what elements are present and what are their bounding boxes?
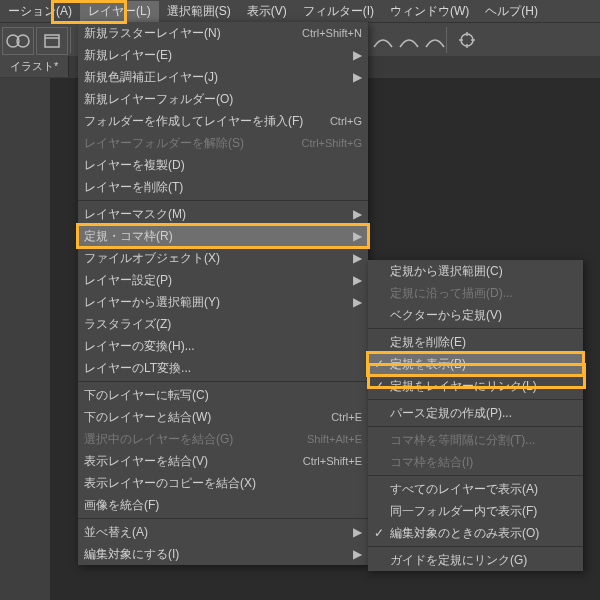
menu-item-label: レイヤー設定(P) [84,272,362,289]
menu-item[interactable]: ファイルオブジェクト(X)▶ [78,247,368,269]
menu-item: 定規に沿って描画(D)... [368,282,583,304]
menu-item-label: レイヤーフォルダーを解除(S) [84,135,291,152]
menu-item-label: レイヤーから選択範囲(Y) [84,294,362,311]
submenu-arrow-icon: ▶ [353,525,362,539]
menu-item-label: ファイルオブジェクト(X) [84,250,362,267]
menu-item[interactable]: 新規レイヤー(E)▶ [78,44,368,66]
menu-item-label: コマ枠を結合(I) [390,454,577,471]
menu-item-label: レイヤーのLT変換... [84,360,362,377]
menu-item-label: ガイドを定規にリンク(G) [390,552,577,569]
menu-item-label: 新規ラスターレイヤー(N) [84,25,292,42]
menu-item[interactable]: レイヤーを削除(T) [78,176,368,198]
menu-view[interactable]: 表示(V) [239,1,295,22]
menu-item[interactable]: 新規色調補正レイヤー(J)▶ [78,66,368,88]
menu-item[interactable]: 画像を統合(F) [78,494,368,516]
svg-rect-2 [45,35,59,47]
menu-item[interactable]: 定規を削除(E) [368,331,583,353]
toolbar-separator [70,27,71,53]
menu-item[interactable]: ベクターから定規(V) [368,304,583,326]
menu-separator [368,475,583,476]
menu-item[interactable]: ✓定規をレイヤーにリンク(L) [368,375,583,397]
menu-item-label: レイヤーを複製(D) [84,157,362,174]
document-tab[interactable]: イラスト* [0,56,69,77]
submenu-arrow-icon: ▶ [353,251,362,265]
menu-item[interactable]: 表示レイヤーを結合(V)Ctrl+Shift+E [78,450,368,472]
menu-item[interactable]: ラスタライズ(Z) [78,313,368,335]
menu-item-label: 定規・コマ枠(R) [84,228,362,245]
menu-item[interactable]: 同一フォルダー内で表示(F) [368,500,583,522]
submenu-arrow-icon: ▶ [353,547,362,561]
menu-item-label: 選択中のレイヤーを結合(G) [84,431,297,448]
menu-item-label: 編集対象のときのみ表示(O) [390,525,577,542]
menu-animation[interactable]: ーション(A) [0,1,80,22]
menu-item-label: 新規色調補正レイヤー(J) [84,69,362,86]
menu-shortcut: Ctrl+E [331,411,362,423]
menu-item-label: パース定規の作成(P)... [390,405,577,422]
menu-shortcut: Ctrl+G [330,115,362,127]
ruler-frame-submenu: 定規から選択範囲(C)定規に沿って描画(D)...ベクターから定規(V)定規を削… [368,260,583,571]
settings-icon[interactable] [452,27,482,53]
layer-menu-dropdown: 新規ラスターレイヤー(N)Ctrl+Shift+N新規レイヤー(E)▶新規色調補… [78,22,368,565]
menu-item[interactable]: 定規から選択範囲(C) [368,260,583,282]
menu-item-label: 並べ替え(A) [84,524,362,541]
menu-item[interactable]: ✓編集対象のときのみ表示(O) [368,522,583,544]
menu-item[interactable]: フォルダーを作成してレイヤーを挿入(F)Ctrl+G [78,110,368,132]
tool-button[interactable] [2,27,34,55]
menu-item-label: レイヤーの変換(H)... [84,338,362,355]
menu-item[interactable]: レイヤー設定(P)▶ [78,269,368,291]
menu-layer[interactable]: レイヤー(L) [80,1,159,22]
menu-help[interactable]: ヘルプ(H) [477,1,546,22]
menu-item[interactable]: レイヤーマスク(M)▶ [78,203,368,225]
menubar: ーション(A) レイヤー(L) 選択範囲(S) 表示(V) フィルター(I) ウ… [0,0,600,22]
menu-item[interactable]: すべてのレイヤーで表示(A) [368,478,583,500]
menu-item-label: 下のレイヤーと結合(W) [84,409,321,426]
left-tool-strip [0,78,50,600]
submenu-arrow-icon: ▶ [353,70,362,84]
menu-item: 選択中のレイヤーを結合(G)Shift+Alt+E [78,428,368,450]
submenu-arrow-icon: ▶ [353,273,362,287]
menu-item-label: ベクターから定規(V) [390,307,577,324]
menu-item-label: 新規レイヤー(E) [84,47,362,64]
menu-item-label: 新規レイヤーフォルダー(O) [84,91,362,108]
menu-separator [368,328,583,329]
menu-item[interactable]: レイヤーから選択範囲(Y)▶ [78,291,368,313]
menu-item[interactable]: 新規レイヤーフォルダー(O) [78,88,368,110]
menu-item[interactable]: 表示レイヤーのコピーを結合(X) [78,472,368,494]
menu-item[interactable]: ガイドを定規にリンク(G) [368,549,583,571]
menu-item-label: 編集対象にする(I) [84,546,362,563]
menu-item-label: コマ枠を等間隔に分割(T)... [390,432,577,449]
menu-item[interactable]: 並べ替え(A)▶ [78,521,368,543]
menu-item[interactable]: 下のレイヤーに転写(C) [78,384,368,406]
submenu-arrow-icon: ▶ [353,207,362,221]
menu-item-label: 定規に沿って描画(D)... [390,285,577,302]
menu-selection[interactable]: 選択範囲(S) [159,1,239,22]
menu-item[interactable]: 定規・コマ枠(R)▶ [78,225,368,247]
menu-item: コマ枠を等間隔に分割(T)... [368,429,583,451]
checkmark-icon: ✓ [374,526,384,540]
menu-item[interactable]: パース定規の作成(P)... [368,402,583,424]
menu-item[interactable]: ✓定規を表示(B) [368,353,583,375]
menu-item[interactable]: 新規ラスターレイヤー(N)Ctrl+Shift+N [78,22,368,44]
menu-item[interactable]: レイヤーの変換(H)... [78,335,368,357]
menu-item-label: 下のレイヤーに転写(C) [84,387,362,404]
menu-shortcut: Ctrl+Shift+N [302,27,362,39]
menu-separator [368,546,583,547]
menu-window[interactable]: ウィンドウ(W) [382,1,477,22]
menu-item[interactable]: 編集対象にする(I)▶ [78,543,368,565]
menu-item-label: 表示レイヤーのコピーを結合(X) [84,475,362,492]
menu-item[interactable]: レイヤーのLT変換... [78,357,368,379]
menu-item-label: 表示レイヤーを結合(V) [84,453,293,470]
menu-item[interactable]: 下のレイヤーと結合(W)Ctrl+E [78,406,368,428]
toolbar-separator [446,27,447,53]
menu-item-label: 定規を削除(E) [390,334,577,351]
menu-separator [368,399,583,400]
menu-separator [368,426,583,427]
menu-item[interactable]: レイヤーを複製(D) [78,154,368,176]
tool-button[interactable] [36,27,68,55]
checkmark-icon: ✓ [374,357,384,371]
submenu-arrow-icon: ▶ [353,295,362,309]
menu-item-label: ラスタライズ(Z) [84,316,362,333]
checkmark-icon: ✓ [374,379,384,393]
menu-filter[interactable]: フィルター(I) [295,1,382,22]
menu-separator [78,200,368,201]
